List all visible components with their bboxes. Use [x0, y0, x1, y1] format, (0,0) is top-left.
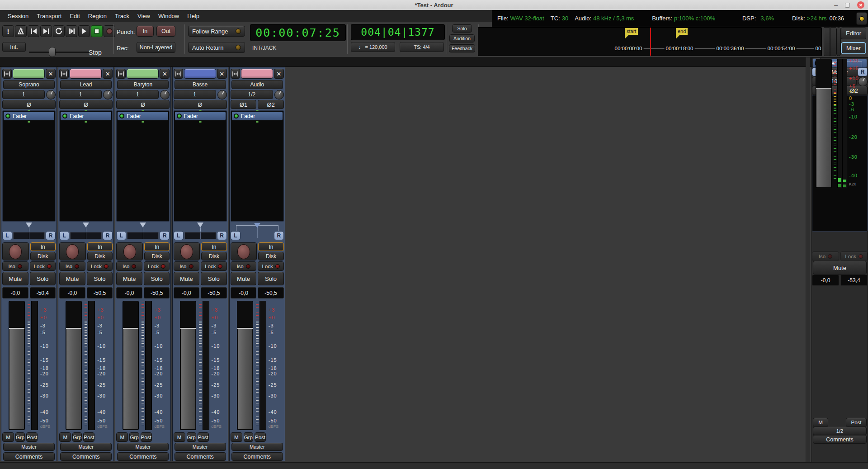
phase-invert-button[interactable]: Ø: [59, 100, 113, 109]
gain-display[interactable]: -0,0: [2, 287, 28, 298]
midi-panic-button[interactable]: !: [2, 25, 14, 37]
gain-fader[interactable]: [816, 59, 832, 188]
pan-left-button[interactable]: L: [116, 231, 126, 240]
processor-box[interactable]: Fader: [174, 110, 227, 222]
metering-button[interactable]: M: [231, 432, 242, 442]
fader-processor-entry[interactable]: Fader: [118, 112, 168, 120]
monitor-input-button[interactable]: In: [30, 242, 56, 251]
solo-button[interactable]: Solo: [258, 272, 284, 285]
mute-button[interactable]: Mute: [116, 272, 142, 285]
shuttle-handle[interactable]: [49, 47, 56, 57]
track-color-bar[interactable]: [127, 69, 159, 79]
editor-view-button[interactable]: Editor: [841, 27, 866, 39]
metering-button[interactable]: M: [116, 432, 128, 442]
comments-button[interactable]: Comments: [231, 452, 283, 461]
pan-handle[interactable]: [254, 223, 260, 228]
mute-button[interactable]: Mute: [59, 272, 85, 285]
hide-strip-button[interactable]: ✕: [217, 69, 227, 79]
menu-transport[interactable]: Transport: [33, 10, 66, 22]
group-button[interactable]: Grp: [129, 432, 139, 442]
processor-active-led-icon[interactable]: [5, 114, 10, 118]
strip-width-button[interactable]: [116, 69, 126, 79]
pan-handle[interactable]: [140, 223, 146, 227]
pan-handle[interactable]: [197, 223, 203, 227]
maximize-button[interactable]: [845, 3, 850, 8]
pan-control[interactable]: L R: [59, 222, 113, 242]
monitor-input-button[interactable]: In: [201, 242, 227, 251]
metering-button[interactable]: M: [59, 432, 71, 442]
strip-name-button[interactable]: Baryton: [117, 80, 169, 89]
play-button[interactable]: [78, 25, 90, 37]
input-button[interactable]: 1: [174, 90, 216, 99]
gain-fader[interactable]: [180, 301, 196, 430]
processor-active-led-icon[interactable]: [234, 114, 239, 118]
auto-return-button[interactable]: Auto Return: [188, 42, 245, 53]
meter-point-button[interactable]: Post: [141, 432, 152, 442]
go-to-start-button[interactable]: [28, 25, 39, 37]
peak-display[interactable]: -50,5: [201, 287, 227, 298]
go-to-end-button[interactable]: [40, 25, 52, 37]
mute-button[interactable]: Mute: [174, 272, 200, 285]
pan-right-button[interactable]: R: [46, 231, 56, 240]
group-button[interactable]: Grp: [15, 432, 25, 442]
pan-right-button[interactable]: R: [217, 231, 227, 240]
peak-display[interactable]: -50,5: [87, 287, 113, 298]
meter-point-button[interactable]: Post: [846, 418, 867, 427]
level-meter[interactable]: [259, 301, 266, 430]
feedback-indicator-button[interactable]: Feedback: [449, 44, 475, 52]
comments-button[interactable]: Comments: [3, 452, 55, 461]
solo-button[interactable]: Solo: [87, 272, 113, 285]
end-marker[interactable]: end: [676, 28, 688, 35]
record-arm-button[interactable]: [2, 242, 29, 261]
comments-button[interactable]: Comments: [175, 452, 226, 461]
menu-window[interactable]: Window: [154, 10, 183, 22]
peak-display[interactable]: -50,5: [144, 287, 170, 298]
start-marker[interactable]: start: [625, 28, 638, 35]
record-arm-button[interactable]: [174, 242, 200, 261]
solo-isolate-button[interactable]: Iso: [174, 261, 200, 271]
secondary-clock[interactable]: 004|04|1377: [351, 24, 445, 40]
phase-invert-button[interactable]: Ø: [2, 100, 56, 109]
follow-range-button[interactable]: Follow Range: [188, 26, 245, 37]
hide-strip-button[interactable]: ✕: [46, 69, 56, 79]
processor-active-led-icon[interactable]: [119, 114, 124, 118]
fader-processor-entry[interactable]: Fader: [4, 112, 54, 120]
output-button[interactable]: Master: [175, 443, 226, 451]
metering-button[interactable]: M: [2, 432, 14, 442]
strip-width-button[interactable]: [231, 69, 240, 79]
comments-button[interactable]: Comments: [60, 452, 112, 461]
solo-isolate-button[interactable]: Iso: [59, 261, 85, 271]
minimize-button[interactable]: –: [834, 3, 838, 7]
primary-clock[interactable]: 00:00:07:25: [250, 24, 346, 41]
punch-out-button[interactable]: Out: [156, 26, 175, 37]
menu-view[interactable]: View: [133, 10, 154, 22]
processor-active-led-icon[interactable]: [177, 114, 182, 118]
gain-display[interactable]: -0,0: [116, 287, 142, 298]
level-meter[interactable]: [203, 301, 209, 430]
solo-button[interactable]: Solo: [201, 272, 227, 285]
monitor-disk-button[interactable]: Disk: [258, 252, 284, 261]
play-range-button[interactable]: [66, 25, 77, 37]
track-color-bar[interactable]: [13, 69, 45, 79]
level-meter[interactable]: [88, 301, 95, 430]
output-button[interactable]: Master: [231, 443, 283, 451]
close-button[interactable]: ✕: [857, 1, 864, 9]
audition-indicator-button[interactable]: Audition: [449, 34, 475, 43]
pan-left-button[interactable]: L: [174, 231, 184, 240]
solo-button[interactable]: Solo: [30, 272, 56, 285]
fader-processor-entry[interactable]: Fader: [175, 112, 226, 120]
solo-isolate-button[interactable]: Iso: [2, 261, 28, 271]
strip-name-button[interactable]: Soprano: [3, 80, 55, 89]
vertical-divider[interactable]: [806, 57, 810, 462]
menu-help[interactable]: Help: [183, 10, 203, 22]
pan-left-button[interactable]: L: [231, 231, 241, 240]
meter-point-button[interactable]: Post: [26, 432, 38, 442]
gain-fader[interactable]: [9, 301, 25, 430]
processor-box[interactable]: Fader: [231, 110, 284, 222]
phase-invert-button[interactable]: Ø2: [258, 100, 284, 109]
record-arm-button[interactable]: [231, 242, 257, 261]
strip-width-button[interactable]: [174, 69, 183, 79]
trim-knob[interactable]: [217, 90, 227, 99]
solo-lock-button[interactable]: Lock: [144, 261, 170, 271]
gain-fader[interactable]: [237, 301, 253, 430]
